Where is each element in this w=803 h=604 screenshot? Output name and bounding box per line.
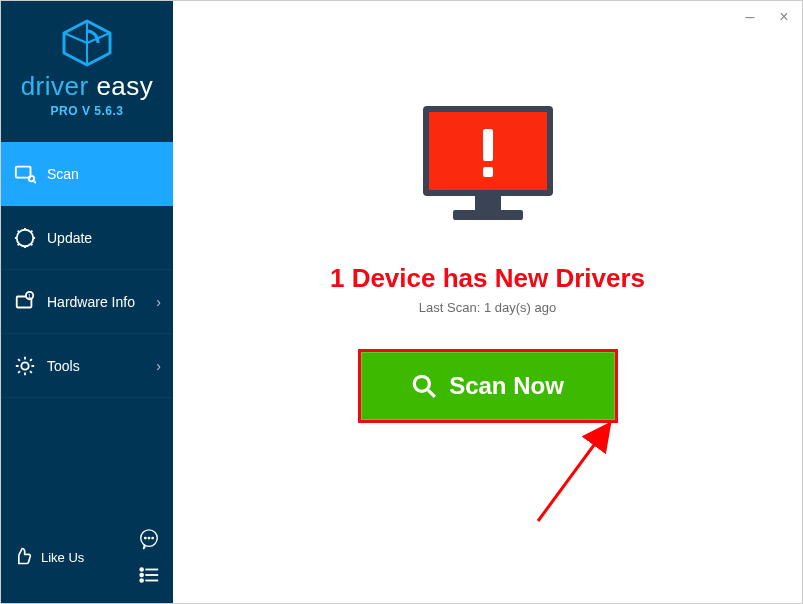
nav-label-tools: Tools: [47, 358, 80, 374]
search-icon: [411, 373, 437, 399]
bottom-bar: Like Us: [1, 517, 173, 603]
update-icon: [13, 226, 37, 250]
hardware-icon: 1: [13, 290, 37, 314]
menu-icon[interactable]: [137, 563, 161, 587]
nav-label-scan: Scan: [47, 166, 79, 182]
brand-text: driver easy: [1, 71, 173, 102]
svg-point-14: [140, 574, 143, 577]
scan-now-button[interactable]: Scan Now: [358, 349, 618, 423]
bottom-icons: [137, 527, 161, 587]
content: 1 Device has New Drivers Last Scan: 1 da…: [173, 1, 802, 423]
brand-word-2: easy: [89, 71, 154, 101]
window-controls: – ×: [738, 5, 796, 29]
svg-point-1: [29, 175, 34, 181]
nav-item-update[interactable]: Update: [1, 206, 173, 270]
sidebar: driver easy PRO V 5.6.3 Scan Upd: [1, 1, 173, 603]
svg-point-12: [140, 568, 143, 571]
annotation-arrow-icon: [513, 411, 633, 531]
svg-point-7: [21, 362, 28, 369]
svg-point-11: [152, 537, 153, 538]
thumbs-up-icon: [13, 546, 35, 568]
svg-rect-22: [483, 129, 493, 161]
svg-line-26: [538, 426, 608, 521]
app-root: driver easy PRO V 5.6.3 Scan Upd: [1, 1, 802, 603]
svg-point-9: [145, 537, 146, 538]
scan-now-label: Scan Now: [449, 372, 564, 400]
svg-point-10: [148, 537, 149, 538]
brand-word-1: driver: [21, 71, 89, 101]
svg-rect-21: [453, 210, 523, 220]
svg-point-24: [414, 376, 429, 391]
like-us-button[interactable]: Like Us: [13, 546, 84, 568]
svg-rect-23: [483, 167, 493, 177]
tools-icon: [13, 354, 37, 378]
feedback-icon[interactable]: [137, 527, 161, 551]
svg-rect-0: [16, 166, 31, 177]
nav-item-hardware[interactable]: 1 Hardware Info ›: [1, 270, 173, 334]
main-panel: – × 1 Device has New Drivers Last Scan: …: [173, 1, 802, 603]
svg-point-16: [140, 579, 143, 582]
last-scan-text: Last Scan: 1 day(s) ago: [173, 300, 802, 315]
monitor-alert-icon: [413, 101, 563, 235]
minimize-button[interactable]: –: [738, 5, 762, 29]
svg-line-2: [34, 181, 36, 183]
svg-text:1: 1: [28, 293, 31, 299]
svg-point-3: [17, 229, 34, 246]
logo-icon: [60, 19, 114, 67]
svg-line-25: [428, 390, 435, 397]
version-label: PRO V 5.6.3: [1, 104, 173, 118]
like-us-label: Like Us: [41, 550, 84, 565]
chevron-right-icon: ›: [156, 294, 161, 310]
scan-icon: [13, 162, 37, 186]
nav-label-hardware: Hardware Info: [47, 294, 135, 310]
nav: Scan Update 1 Hardware Info ›: [1, 142, 173, 398]
nav-item-scan[interactable]: Scan: [1, 142, 173, 206]
logo-area: driver easy PRO V 5.6.3: [1, 1, 173, 128]
nav-item-tools[interactable]: Tools ›: [1, 334, 173, 398]
nav-label-update: Update: [47, 230, 92, 246]
svg-rect-20: [475, 196, 501, 210]
chevron-right-icon: ›: [156, 358, 161, 374]
headline: 1 Device has New Drivers: [173, 263, 802, 294]
close-button[interactable]: ×: [772, 5, 796, 29]
